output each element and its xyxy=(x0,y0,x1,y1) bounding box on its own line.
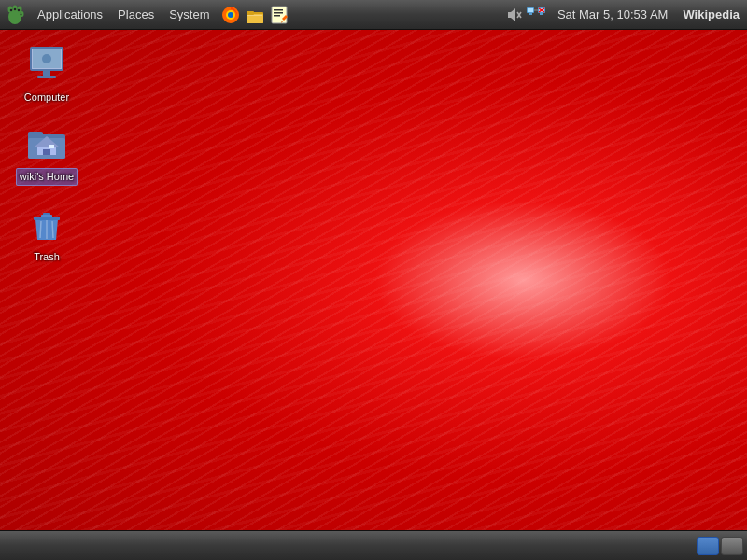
desktop-icons-container: Computer wiki' xyxy=(9,37,84,268)
svg-line-45 xyxy=(40,221,41,238)
menu-applications[interactable]: Applications xyxy=(30,0,110,30)
svg-rect-43 xyxy=(43,149,50,155)
network-icon[interactable] xyxy=(526,5,546,25)
pager-button-2[interactable] xyxy=(721,537,743,555)
svg-rect-37 xyxy=(37,76,56,78)
svg-rect-17 xyxy=(274,9,283,11)
menu-places[interactable]: Places xyxy=(110,0,162,30)
trash-desktop-icon[interactable]: Trash xyxy=(9,197,84,268)
text-editor-launcher[interactable] xyxy=(269,5,289,25)
svg-rect-40 xyxy=(28,132,43,137)
svg-line-47 xyxy=(52,221,53,238)
taskbar-wikipedia[interactable]: Wikipedia xyxy=(675,7,747,21)
svg-rect-18 xyxy=(274,12,283,14)
firefox-launcher[interactable] xyxy=(220,5,241,25)
svg-point-11 xyxy=(228,12,233,18)
svg-rect-24 xyxy=(528,8,533,12)
taskbar-top: Applications Places System xyxy=(0,0,747,30)
desktop: Applications Places System xyxy=(0,0,747,560)
computer-icon-label: Computer xyxy=(21,90,72,105)
svg-point-8 xyxy=(21,13,22,15)
gnome-logo[interactable] xyxy=(2,2,28,28)
system-tray xyxy=(500,5,550,25)
wikis-home-desktop-icon[interactable]: wiki's Home xyxy=(9,116,84,189)
computer-icon-image xyxy=(24,41,69,86)
svg-marker-20 xyxy=(508,8,515,21)
trash-icon-label: Trash xyxy=(31,249,63,264)
pager-button-1[interactable] xyxy=(697,537,719,555)
wikis-home-icon-image xyxy=(24,119,69,164)
svg-point-35 xyxy=(42,54,51,63)
wikis-home-icon-label: wiki's Home xyxy=(16,168,78,185)
svg-rect-19 xyxy=(274,15,280,17)
menu-system[interactable]: System xyxy=(162,0,217,30)
svg-rect-15 xyxy=(247,15,262,16)
workspace-pager xyxy=(697,537,747,555)
taskbar-bottom xyxy=(0,530,747,560)
svg-rect-28 xyxy=(540,13,543,15)
svg-rect-14 xyxy=(247,11,254,15)
taskbar-clock[interactable]: Sat Mar 5, 10:53 AM xyxy=(550,7,676,21)
svg-rect-36 xyxy=(43,71,50,76)
svg-point-6 xyxy=(14,7,17,10)
trash-icon-image xyxy=(24,201,69,245)
svg-point-7 xyxy=(18,8,21,11)
volume-icon[interactable] xyxy=(503,5,524,25)
file-manager-launcher[interactable] xyxy=(245,5,265,25)
svg-rect-50 xyxy=(41,215,52,217)
svg-rect-25 xyxy=(529,13,532,15)
svg-point-5 xyxy=(10,8,13,11)
launcher-icons xyxy=(217,5,293,25)
svg-rect-44 xyxy=(49,145,54,148)
computer-desktop-icon[interactable]: Computer xyxy=(9,37,84,108)
